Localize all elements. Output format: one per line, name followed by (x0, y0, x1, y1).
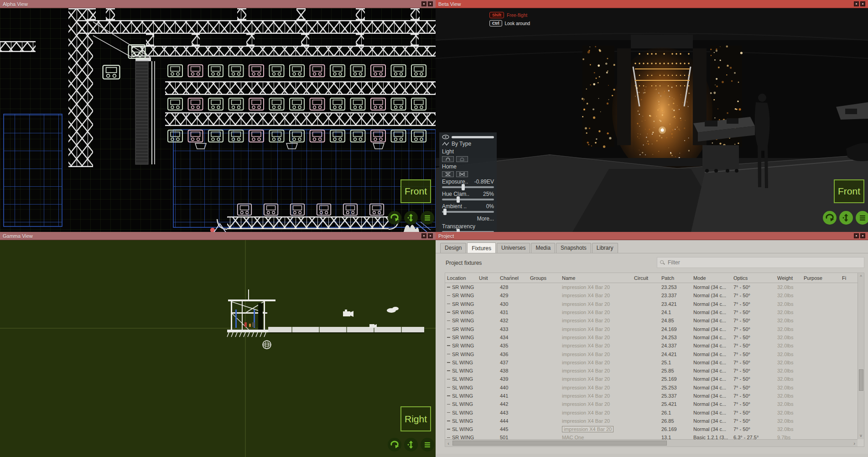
window-menu-button[interactable] (421, 1, 426, 6)
window-menu-button[interactable] (421, 233, 426, 238)
collapse-dash-icon[interactable] (447, 420, 450, 421)
visibility-slider[interactable] (452, 136, 494, 138)
window-maximize-button[interactable] (428, 233, 433, 238)
hue-clamp-slider[interactable] (442, 199, 494, 200)
table-row[interactable]: SR WING434impression X4 Bar 2024.253Norm… (445, 333, 858, 341)
table-row[interactable]: SL WING439impression X4 Bar 2025.169Norm… (445, 375, 858, 383)
window-maximize-button[interactable] (860, 1, 865, 6)
table-row[interactable]: SR WING436impression X4 Bar 2024.421Norm… (445, 350, 858, 358)
window-maximize-button[interactable] (428, 1, 433, 6)
collapse-dash-icon[interactable] (447, 312, 450, 313)
window-menu-button[interactable] (854, 1, 859, 6)
collapse-dash-icon[interactable] (447, 404, 450, 405)
column-header-location[interactable]: Location (445, 275, 477, 281)
more-link[interactable]: More... (442, 215, 494, 222)
elevation-button[interactable] (839, 211, 853, 225)
vertical-scrollbar[interactable]: ^ v (858, 273, 864, 439)
table-row[interactable]: SR WING435impression X4 Bar 2024.337Norm… (445, 341, 858, 350)
exposure-slider[interactable] (442, 186, 494, 188)
column-header-patch[interactable]: Patch (660, 275, 691, 281)
table-row[interactable]: SL WING443impression X4 Bar 2026.1Normal… (445, 408, 858, 416)
collapse-dash-icon[interactable] (447, 362, 450, 363)
name-cell-editing[interactable]: impression X4 Bar 20 (562, 426, 613, 432)
scroll-right-arrow[interactable]: › (851, 441, 858, 446)
collapse-dash-icon[interactable] (447, 387, 450, 388)
alpha-view-orientation-button[interactable]: Front (400, 179, 431, 203)
tab-universes[interactable]: Universes (497, 243, 530, 253)
tab-library[interactable]: Library (592, 243, 618, 253)
gamma-viewport[interactable]: Right (0, 240, 436, 457)
tab-snapshots[interactable]: Snapshots (556, 243, 591, 253)
table-row[interactable]: SL WING442impression X4 Bar 2025.421Norm… (445, 400, 858, 408)
collapse-dash-icon[interactable] (447, 337, 450, 338)
window-maximize-button[interactable] (860, 233, 865, 238)
beta-view-titlebar[interactable]: Beta View (436, 0, 868, 8)
column-header-channel[interactable]: Channel^ (498, 275, 528, 281)
filter-box[interactable] (657, 257, 864, 268)
table-row[interactable]: SL WING444impression X4 Bar 2026.85Norma… (445, 417, 858, 425)
table-row[interactable]: SR WING430impression X4 Bar 2023.421Norm… (445, 300, 858, 308)
light-off-button[interactable] (456, 156, 468, 162)
home-set-button[interactable] (456, 171, 468, 177)
gamma-view-orientation-button[interactable]: Right (400, 406, 431, 431)
collapse-dash-icon[interactable] (447, 412, 450, 413)
collapse-dash-icon[interactable] (447, 304, 450, 305)
tab-design[interactable]: Design (440, 243, 466, 253)
tab-media[interactable]: Media (531, 243, 555, 253)
table-row[interactable]: SL WING440impression X4 Bar 2025.253Norm… (445, 383, 858, 392)
scroll-down-arrow[interactable]: v (858, 433, 864, 438)
horizontal-scrollbar-thumb[interactable] (452, 441, 667, 446)
orbit-button[interactable] (388, 438, 401, 452)
table-row[interactable]: SL WING445impression X4 Bar 2026.169Norm… (445, 425, 858, 433)
collapse-dash-icon[interactable] (447, 379, 450, 380)
table-row[interactable]: SL WING441impression X4 Bar 2025.337Norm… (445, 392, 858, 400)
collapse-dash-icon[interactable] (447, 395, 450, 396)
collapse-dash-icon[interactable] (447, 437, 450, 438)
table-row[interactable]: SR WING431impression X4 Bar 2024.1Normal… (445, 308, 858, 316)
collapse-dash-icon[interactable] (447, 354, 450, 355)
table-row[interactable]: SL WING438impression X4 Bar 2025.85Norma… (445, 367, 858, 375)
view-menu-button[interactable] (421, 211, 434, 225)
scroll-up-arrow[interactable]: ^ (858, 274, 864, 279)
beta-viewport[interactable]: Shift Free-flight Ctrl Look around By Ty… (436, 8, 868, 232)
column-header-name[interactable]: Name (560, 275, 632, 281)
gamma-view-titlebar[interactable]: Gamma View (0, 232, 436, 240)
vertical-scrollbar-thumb[interactable] (859, 369, 863, 391)
filter-input[interactable] (667, 259, 861, 266)
collapse-dash-icon[interactable] (447, 320, 450, 321)
table-row[interactable]: SL WING437impression X4 Bar 2025.1Normal… (445, 358, 858, 367)
elevation-button[interactable] (404, 211, 418, 225)
window-menu-button[interactable] (854, 233, 859, 238)
beta-view-orientation-button[interactable]: Front (834, 179, 864, 203)
orbit-button[interactable] (388, 211, 401, 225)
collapse-dash-icon[interactable] (447, 295, 450, 296)
alpha-viewport[interactable]: Front (0, 8, 436, 232)
by-type-label[interactable]: By Type (452, 141, 471, 147)
light-on-button[interactable] (442, 156, 454, 162)
table-row[interactable]: SR WING428impression X4 Bar 2023.253Norm… (445, 283, 858, 291)
scroll-left-arrow[interactable]: ‹ (445, 441, 452, 446)
orbit-button[interactable] (823, 211, 837, 225)
home-view-button[interactable] (442, 171, 454, 177)
column-header-unit[interactable]: Unit (477, 275, 498, 281)
table-row[interactable]: SR WING429impression X4 Bar 2023.337Norm… (445, 291, 858, 299)
table-row[interactable]: SR WING432impression X4 Bar 2024.85Norma… (445, 316, 858, 325)
ambient-slider[interactable] (442, 211, 494, 213)
column-header-circuit[interactable]: Circuit (632, 275, 660, 281)
column-header-purpose[interactable]: Purpose (802, 275, 840, 281)
collapse-dash-icon[interactable] (447, 287, 450, 288)
collapse-dash-icon[interactable] (447, 429, 450, 430)
table-row[interactable]: SR WING501MAC One13.1Basic 1.2.1 (3...6.… (445, 433, 858, 439)
view-menu-button[interactable] (856, 211, 868, 225)
collapse-dash-icon[interactable] (447, 345, 450, 346)
column-header-optics[interactable]: Optics (732, 275, 775, 281)
elevation-button[interactable] (404, 438, 418, 452)
collapse-dash-icon[interactable] (447, 329, 450, 330)
project-titlebar[interactable]: Project (436, 232, 868, 240)
collapse-dash-icon[interactable] (447, 370, 450, 371)
column-header-mode[interactable]: Mode (691, 275, 732, 281)
table-row[interactable]: SR WING433impression X4 Bar 2024.169Norm… (445, 325, 858, 333)
column-header-groups[interactable]: Groups (528, 275, 560, 281)
alpha-view-titlebar[interactable]: Alpha View (0, 0, 436, 8)
column-header-weight[interactable]: Weight (775, 275, 802, 281)
